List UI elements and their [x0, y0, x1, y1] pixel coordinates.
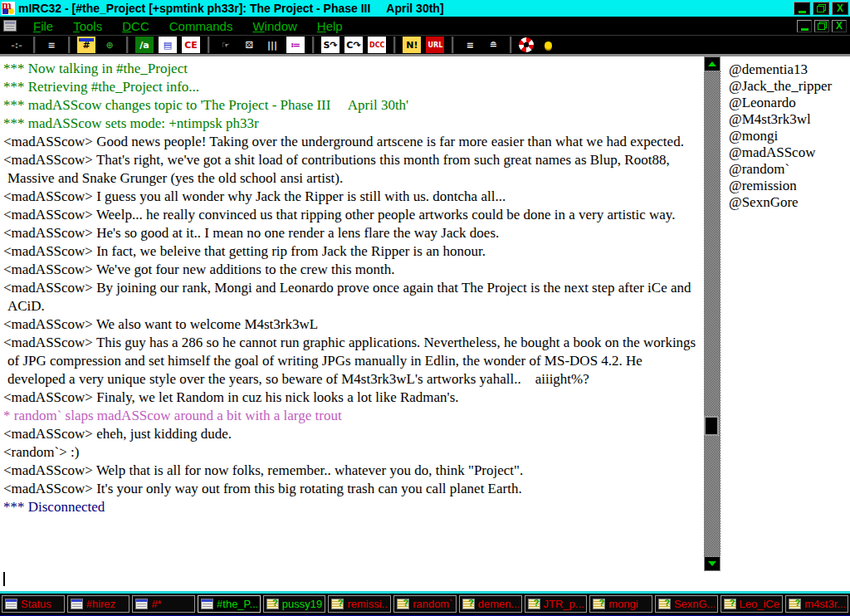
- switchbar-button[interactable]: remissi...: [328, 595, 391, 613]
- switchbar-button[interactable]: Status: [2, 595, 65, 613]
- message-input[interactable]: [0, 571, 704, 591]
- mdi-restore-button[interactable]: [814, 20, 829, 32]
- switchbar-button-label: remissi...: [347, 598, 388, 610]
- url-catcher-icon[interactable]: URL: [426, 37, 444, 53]
- switchbar-button-label: random`: [413, 598, 452, 610]
- variables-icon[interactable]: |||: [263, 37, 281, 53]
- chat-line-message: <madASScow> Welp that is all for now fol…: [0, 462, 704, 480]
- menu-file[interactable]: File: [23, 17, 63, 35]
- restore-icon: [817, 4, 826, 12]
- switchbar-button[interactable]: demen...: [459, 595, 522, 613]
- menu-tools[interactable]: Tools: [63, 17, 112, 35]
- dice-icon[interactable]: ⚄: [240, 37, 258, 53]
- restore-button[interactable]: [813, 2, 829, 15]
- switchbar-button-label: Leo_iCe: [740, 598, 779, 610]
- toolbar-separator: [452, 37, 453, 53]
- switchbar-button[interactable]: pussy19: [263, 595, 326, 613]
- scroll-down-button[interactable]: [704, 556, 721, 571]
- nick-item[interactable]: @Jack_the_ripper: [729, 78, 850, 95]
- globe-connect-icon[interactable]: ⊕: [100, 37, 119, 53]
- toolbar-separator: [208, 37, 209, 53]
- switchbar-button[interactable]: Leo_iCe: [721, 595, 784, 613]
- switchbar-button[interactable]: SexnG...: [655, 595, 718, 613]
- switchbar-button-label: mongi: [608, 598, 638, 610]
- query-window-icon: [266, 599, 279, 609]
- switchbar-button[interactable]: #*: [132, 595, 195, 613]
- menu-window[interactable]: Window: [242, 17, 306, 35]
- menu-commands[interactable]: Commands: [159, 17, 243, 35]
- close-button[interactable]: X: [832, 2, 848, 15]
- tip-bulb-icon[interactable]: [539, 37, 557, 53]
- toolbar-separator: [126, 37, 128, 53]
- remote-events-icon[interactable]: CE: [182, 37, 200, 53]
- chat-area: *** Now talking in #the_Project*** Retri…: [0, 56, 704, 571]
- channel-window-icon: [201, 599, 213, 609]
- channel-window-icon: [71, 599, 83, 609]
- switchbar-button[interactable]: mongi: [589, 595, 652, 613]
- switchbar-button[interactable]: random`: [393, 595, 457, 613]
- switchbar-button[interactable]: JTR_p...: [525, 595, 588, 613]
- query-window-icon: [397, 599, 409, 609]
- query-window-icon: [789, 599, 801, 609]
- switchbar-button-label: demen...: [478, 598, 519, 610]
- channel-window-icon[interactable]: #: [77, 37, 95, 53]
- restore-icon: [818, 22, 827, 30]
- chat-line-message: <random`> :): [0, 443, 704, 462]
- switchbar: Status#hirez#*#the_P...pussy19remissi...…: [0, 594, 850, 614]
- nick-item[interactable]: @Leonardo: [729, 95, 850, 111]
- mdi-close-button[interactable]: X: [832, 20, 847, 32]
- arrow-up-icon: [708, 61, 716, 66]
- minimize-button[interactable]: [794, 2, 810, 15]
- switchbar-button[interactable]: #hirez: [67, 595, 130, 613]
- minimize-icon: [799, 11, 806, 13]
- chat-line-message: <madASScow> It's your only way out from …: [0, 480, 704, 498]
- chat-line-message: <madASScow> That's right, we've got a sh…: [0, 151, 704, 188]
- chat-column: *** Now talking in #the_Project*** Retri…: [0, 56, 704, 591]
- channels-list-icon[interactable]: ≡: [461, 37, 479, 53]
- channel-window-icon: [135, 599, 148, 609]
- switchbar-list-icon[interactable]: ≡: [42, 37, 61, 53]
- switchbar-button-label: #hirez: [86, 598, 115, 610]
- nick-item[interactable]: @random`: [729, 161, 850, 178]
- close-icon: X: [837, 3, 843, 13]
- menu-bar: FileToolsDCCCommandsWindowHelp X: [0, 17, 850, 35]
- scrollbar-track[interactable]: [704, 71, 721, 556]
- finger-icon[interactable]: ☞: [217, 37, 235, 53]
- chat-line-message: <madASScow> We also want to welcome M4st…: [0, 315, 704, 334]
- chat-line-message: <madASScow> eheh, just kidding dude.: [0, 425, 704, 443]
- channel-central-icon[interactable]: ≘: [484, 37, 502, 53]
- mirc-app-icon[interactable]: m: [2, 2, 15, 15]
- query-window-icon: [462, 599, 475, 609]
- unload-script-icon[interactable]: C↷: [344, 37, 363, 53]
- popups-icon[interactable]: ▤: [159, 37, 177, 53]
- chat-line-system: *** madASScow sets mode: +ntimpsk ph33r: [0, 115, 704, 133]
- switchbar-button[interactable]: m4st3r...: [785, 595, 848, 613]
- nick-item[interactable]: @M4st3rk3wl: [729, 111, 850, 128]
- notify-list-icon[interactable]: N!: [403, 37, 421, 53]
- script-dashes-icon[interactable]: -:-: [7, 37, 26, 53]
- help-lifesaver-icon[interactable]: [519, 37, 534, 52]
- switchbar-button-label: pussy19: [282, 598, 322, 610]
- aliases-icon[interactable]: /a: [135, 37, 154, 53]
- toolbar-separator: [393, 37, 395, 53]
- script-editor-icon[interactable]: ≔: [286, 37, 305, 53]
- nick-item[interactable]: @mongi: [729, 128, 850, 144]
- nick-item[interactable]: @madASScow: [729, 144, 850, 161]
- chat-line-message: <madASScow> Finaly, we let Random in cuz…: [0, 389, 704, 407]
- nick-item[interactable]: @SexnGore: [729, 194, 850, 211]
- close-icon: X: [836, 21, 843, 31]
- dcc-options-icon[interactable]: DCC: [368, 37, 386, 53]
- menu-help[interactable]: Help: [307, 17, 353, 35]
- nick-item[interactable]: @remission: [729, 178, 850, 194]
- scrollbar-thumb[interactable]: [704, 416, 719, 436]
- nick-item[interactable]: @dementia13: [729, 61, 850, 78]
- mdi-minimize-button[interactable]: [797, 20, 812, 32]
- query-window-icon: [331, 599, 344, 609]
- load-script-icon[interactable]: S↷: [321, 37, 340, 53]
- switchbar-button[interactable]: #the_P...: [198, 595, 261, 613]
- scroll-up-button[interactable]: [704, 56, 721, 71]
- chat-line-message: <madASScow> He's so good at it.. I mean …: [0, 224, 704, 242]
- menu-dcc[interactable]: DCC: [112, 17, 159, 35]
- channel-system-icon[interactable]: [3, 20, 17, 32]
- window-controls: X: [794, 2, 848, 15]
